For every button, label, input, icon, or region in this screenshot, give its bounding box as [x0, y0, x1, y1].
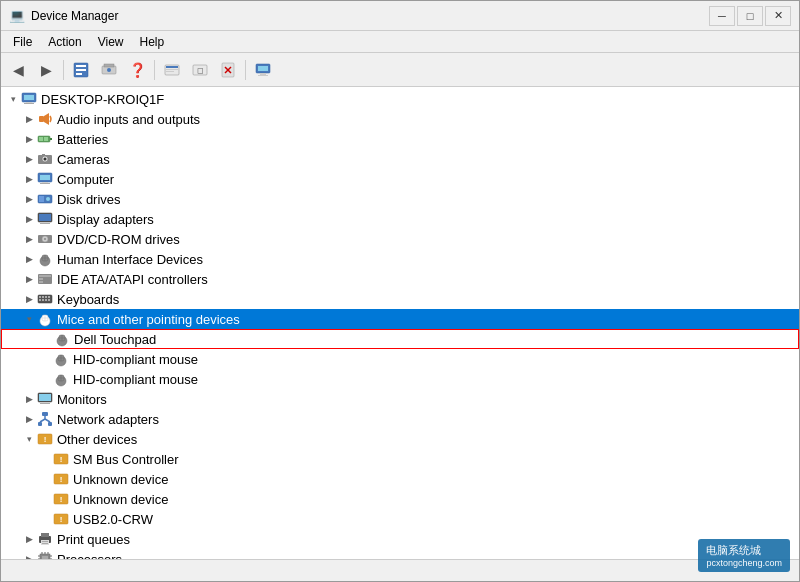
tree-mice[interactable]: ▾ Mice and other pointing devices [1, 309, 799, 329]
maximize-button[interactable]: □ [737, 6, 763, 26]
tree-monitors[interactable]: ▶ Monitors [1, 389, 799, 409]
svg-rect-3 [76, 73, 82, 75]
tree-unknown-2[interactable]: ! Unknown device [1, 489, 799, 509]
svg-rect-27 [50, 138, 52, 140]
root-expand-icon: ▾ [5, 91, 21, 107]
audio-expand-icon: ▶ [21, 111, 37, 127]
audio-label: Audio inputs and outputs [57, 112, 200, 127]
svg-rect-28 [39, 137, 43, 141]
forward-button[interactable]: ▶ [33, 57, 59, 83]
toolbar-separator-3 [245, 60, 246, 80]
tree-hid-mouse-1[interactable]: HID-compliant mouse [1, 349, 799, 369]
tree-keyboards[interactable]: ▶ Keyboards [1, 289, 799, 309]
svg-rect-18 [260, 73, 266, 75]
monitors-expand-icon: ▶ [21, 391, 37, 407]
disk-label: Disk drives [57, 192, 121, 207]
svg-marker-25 [44, 113, 49, 125]
smbus-icon: ! [53, 451, 69, 467]
tree-print[interactable]: ▶ Print queues [1, 529, 799, 549]
svg-point-6 [107, 68, 111, 72]
tree-dell-touchpad[interactable]: Dell Touchpad [1, 329, 799, 349]
hid-mouse1-icon [53, 351, 69, 367]
title-bar-text: Device Manager [31, 9, 709, 23]
svg-rect-61 [39, 299, 41, 301]
back-button[interactable]: ◀ [5, 57, 31, 83]
disable-button[interactable]: ◻ [187, 57, 213, 83]
minimize-button[interactable]: ─ [709, 6, 735, 26]
tree-hid-mouse-2[interactable]: HID-compliant mouse [1, 369, 799, 389]
status-bar [1, 559, 799, 581]
other-expand-icon: ▾ [21, 431, 37, 447]
toolbar-separator-1 [63, 60, 64, 80]
watermark-line2: pcxtongcheng.com [706, 558, 782, 568]
tree-computer[interactable]: ▶ Computer [1, 169, 799, 189]
svg-rect-85 [42, 412, 48, 416]
tree-display[interactable]: ▶ Display adapters [1, 209, 799, 229]
scan-button[interactable] [96, 57, 122, 83]
tree-processors[interactable]: ▶ Proces [1, 549, 799, 559]
computer-icon2 [37, 171, 53, 187]
tree-smbus[interactable]: ! SM Bus Controller [1, 449, 799, 469]
menu-file[interactable]: File [5, 33, 40, 51]
svg-rect-2 [76, 69, 86, 71]
processors-icon [37, 551, 53, 559]
svg-rect-53 [39, 275, 51, 277]
svg-rect-57 [39, 296, 41, 298]
menu-view[interactable]: View [90, 33, 132, 51]
svg-text:!: ! [60, 455, 63, 464]
computer-label: Computer [57, 172, 114, 187]
print-icon [37, 531, 53, 547]
tree-audio[interactable]: ▶ Audio inputs and outputs [1, 109, 799, 129]
svg-line-89 [40, 419, 45, 422]
tree-dvd[interactable]: ▶ DVD/CD-ROM drives [1, 229, 799, 249]
processors-expand-icon: ▶ [21, 551, 37, 559]
menu-action[interactable]: Action [40, 33, 89, 51]
svg-rect-35 [40, 175, 50, 180]
mice-icon [37, 311, 53, 327]
svg-rect-33 [42, 154, 45, 156]
update-driver-button[interactable] [159, 57, 185, 83]
ide-label: IDE ATA/ATAPI controllers [57, 272, 208, 287]
tree-network[interactable]: ▶ Network adapters [1, 409, 799, 429]
menu-help[interactable]: Help [132, 33, 173, 51]
tree-other[interactable]: ▾ ! Other devices [1, 429, 799, 449]
tree-hid[interactable]: ▶ Human Interface Devices [1, 249, 799, 269]
keyboards-icon [37, 291, 53, 307]
svg-rect-23 [24, 103, 34, 104]
keyboards-label: Keyboards [57, 292, 119, 307]
help-button[interactable]: ❓ [124, 57, 150, 83]
svg-rect-83 [42, 402, 48, 403]
properties-button[interactable] [68, 57, 94, 83]
svg-rect-29 [44, 137, 48, 141]
hid-icon [37, 251, 53, 267]
mice-expand-icon: ▾ [21, 311, 37, 327]
disk-icon [37, 191, 53, 207]
menu-bar: File Action View Help [1, 31, 799, 53]
computer-expand-icon: ▶ [21, 171, 37, 187]
svg-rect-63 [45, 299, 47, 301]
tree-root[interactable]: ▾ DESKTOP-KROIQ1F [1, 89, 799, 109]
dvd-expand-icon: ▶ [21, 231, 37, 247]
uninstall-button[interactable] [215, 57, 241, 83]
title-bar: 💻 Device Manager ─ □ ✕ [1, 1, 799, 31]
tree-ide[interactable]: ▶ IDE ATA/ATAPI controllers [1, 269, 799, 289]
unknown2-icon: ! [53, 491, 69, 507]
device-manager-window: 💻 Device Manager ─ □ ✕ File Action View … [0, 0, 800, 582]
watermark-line1: 电脑系统城 [706, 543, 782, 558]
usb-label: USB2.0-CRW [73, 512, 153, 527]
close-button[interactable]: ✕ [765, 6, 791, 26]
tree-disk[interactable]: ▶ Disk drives [1, 189, 799, 209]
monitor-button[interactable] [250, 57, 276, 83]
tree-batteries[interactable]: ▶ Batteries [1, 129, 799, 149]
svg-rect-21 [24, 95, 34, 100]
svg-text:!: ! [44, 435, 47, 444]
tree-cameras[interactable]: ▶ Cameras [1, 149, 799, 169]
hid-mouse2-icon [53, 371, 69, 387]
usb-icon: ! [53, 511, 69, 527]
other-icon: ! [37, 431, 53, 447]
cameras-expand-icon: ▶ [21, 151, 37, 167]
dvd-label: DVD/CD-ROM drives [57, 232, 180, 247]
watermark: 电脑系统城 pcxtongcheng.com [698, 539, 790, 572]
tree-unknown-1[interactable]: ! Unknown device [1, 469, 799, 489]
tree-usb[interactable]: ! USB2.0-CRW [1, 509, 799, 529]
